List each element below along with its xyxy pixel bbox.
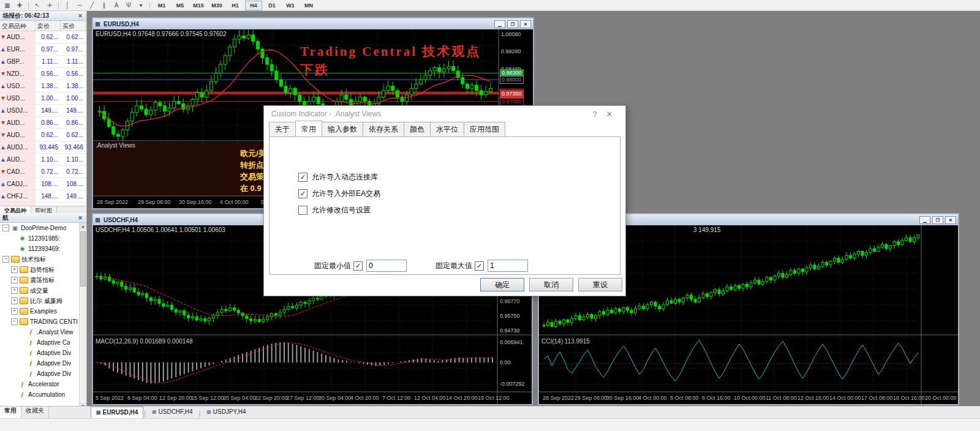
checked-checkbox[interactable]: ✓ bbox=[298, 173, 307, 182]
scroll-up-icon[interactable]: ▲ bbox=[80, 223, 86, 230]
timeframe-button-h4[interactable]: H4 bbox=[245, 1, 262, 10]
timeframe-button-d1[interactable]: D1 bbox=[263, 1, 281, 10]
market-watch-row[interactable]: USDJ...149....149.... bbox=[0, 105, 86, 117]
trendline-icon[interactable]: ╱ bbox=[86, 1, 97, 10]
pitchfork-icon[interactable]: Ψ bbox=[123, 1, 134, 10]
dialog-tab-5[interactable]: 颜色 bbox=[404, 122, 431, 137]
vertical-line-icon[interactable]: │ bbox=[62, 1, 73, 10]
navigator-item[interactable]: ƒAdaptive Div bbox=[0, 358, 86, 369]
chart-tab-2[interactable]: ▦USDCHF,H4 bbox=[146, 406, 198, 418]
dialog-tab-1[interactable]: 关于 bbox=[269, 122, 296, 137]
chart-tab-1[interactable]: ▦EURUSD,H4 bbox=[91, 407, 143, 418]
market-watch-tab-2[interactable]: 即时图 bbox=[31, 206, 57, 213]
unchecked-checkbox[interactable] bbox=[298, 206, 307, 215]
collapse-expander-icon[interactable]: − bbox=[2, 256, 9, 263]
collapse-expander-icon[interactable]: − bbox=[11, 318, 18, 325]
navigator-item[interactable]: ◉112393469: bbox=[0, 244, 86, 254]
crosshair-icon[interactable]: ✛ bbox=[44, 1, 55, 10]
close-icon[interactable]: ✕ bbox=[77, 13, 84, 19]
market-watch-row[interactable]: CAD...0.72...0.72... bbox=[0, 166, 86, 178]
checked-checkbox[interactable]: ✓ bbox=[298, 189, 307, 198]
fixed-maximum-input[interactable] bbox=[488, 260, 528, 272]
cursor-icon[interactable]: ↖ bbox=[32, 1, 43, 10]
dialog-tab-3[interactable]: 输入参数 bbox=[322, 122, 363, 137]
market-watch-row[interactable]: GBP...1.11...1.11... bbox=[0, 56, 86, 68]
timeframe-button-m5[interactable]: M5 bbox=[172, 1, 189, 10]
timeframe-button-w1[interactable]: W1 bbox=[282, 1, 299, 10]
dialog-titlebar[interactable]: Custom Indicator - .Analyst Views ? ✕ bbox=[264, 106, 625, 122]
market-watch-row[interactable]: AUDJ...93.44593.466 bbox=[0, 141, 86, 154]
navigator-item[interactable]: +趋势指标 bbox=[0, 264, 86, 275]
dialog-tab-2[interactable]: 常用 bbox=[295, 121, 322, 137]
timeframe-button-m30[interactable]: M30 bbox=[208, 1, 225, 10]
market-watch-row[interactable]: AUD...0.62...0.62... bbox=[0, 129, 86, 141]
market-watch-tab-1[interactable]: 交易品种 bbox=[0, 206, 31, 213]
help-icon[interactable]: ? bbox=[587, 110, 602, 119]
market-watch-row[interactable]: USD...1.38...1.38... bbox=[0, 80, 86, 92]
timeframe-button-m1[interactable]: M1 bbox=[153, 1, 170, 10]
navigator-item[interactable]: +比尔 威廉姆 bbox=[0, 296, 86, 306]
close-button[interactable]: ✕ bbox=[945, 216, 956, 224]
arrows-dropdown-icon[interactable]: ▾ bbox=[135, 1, 146, 10]
market-watch-row[interactable]: CHFJ...148....149.... bbox=[0, 190, 86, 203]
minimize-button[interactable]: ▁ bbox=[494, 20, 505, 28]
expand-expander-icon[interactable]: + bbox=[11, 308, 18, 315]
market-watch-row[interactable]: AUD...0.62...0.62... bbox=[0, 31, 86, 43]
reset-button[interactable]: 重设 bbox=[578, 278, 622, 291]
market-watch-list[interactable]: AUD...0.62...0.62...EUR...0.97...0.97...… bbox=[0, 31, 86, 206]
close-button[interactable]: ✕ bbox=[520, 20, 531, 28]
collapse-expander-icon[interactable]: − bbox=[2, 225, 9, 231]
close-icon[interactable]: ✕ bbox=[77, 215, 84, 221]
dialog-tab-6[interactable]: 水平位 bbox=[430, 122, 464, 137]
ok-button[interactable]: 确定 bbox=[480, 278, 524, 291]
maximize-button[interactable]: ❐ bbox=[932, 216, 943, 224]
market-watch-row[interactable]: AUD...0.86...0.86... bbox=[0, 117, 86, 129]
chart-window-titlebar[interactable]: ▦ EURUSD,H4 ▁ ❐ ✕ bbox=[93, 18, 533, 29]
navigator-item[interactable]: −TRADING CENTI bbox=[0, 317, 86, 327]
timeframe-button-mn[interactable]: MN bbox=[300, 1, 317, 10]
cancel-button[interactable]: 取消 bbox=[529, 278, 573, 291]
market-watch-row[interactable]: NZD...0.56...0.56... bbox=[0, 68, 86, 80]
navigator-item[interactable]: +成交量 bbox=[0, 285, 86, 296]
navigator-item[interactable]: ƒAccumulation bbox=[0, 389, 86, 400]
new-chart-icon[interactable]: ▦ bbox=[2, 1, 13, 10]
maximize-button[interactable]: ❐ bbox=[507, 20, 518, 28]
navigator-item[interactable]: ◉112391985: bbox=[0, 233, 86, 244]
text-label-icon[interactable]: A bbox=[111, 1, 122, 10]
navigator-scrollbar[interactable]: ▲ ▼ bbox=[79, 223, 86, 410]
navigator-item[interactable]: ƒAccelerator bbox=[0, 379, 86, 389]
minimize-button[interactable]: ▁ bbox=[919, 216, 930, 224]
dialog-tab-7[interactable]: 应用范围 bbox=[464, 122, 505, 137]
chart-profiles-icon[interactable]: ✚ bbox=[14, 1, 25, 10]
bottom-left-tab-2[interactable]: 收藏夹 bbox=[21, 407, 49, 418]
horizontal-line-icon[interactable]: ─ bbox=[74, 1, 85, 10]
market-watch-row[interactable]: USD...1.00...1.00... bbox=[0, 92, 86, 105]
navigator-tree[interactable]: −▣DooPrime-Demo◉112391985:◉112393469:−技术… bbox=[0, 223, 86, 410]
close-icon[interactable]: ✕ bbox=[602, 110, 617, 119]
market-watch-row[interactable]: EUR...0.97...0.97... bbox=[0, 43, 86, 56]
expand-expander-icon[interactable]: + bbox=[11, 277, 18, 283]
navigator-item[interactable]: −▣DooPrime-Demo bbox=[0, 223, 86, 233]
expand-expander-icon[interactable]: + bbox=[11, 266, 18, 273]
expand-expander-icon[interactable]: + bbox=[11, 298, 18, 304]
market-watch-row[interactable]: EURA...1.56...1.56... bbox=[0, 203, 86, 206]
market-watch-row[interactable]: CADJ...108....108.... bbox=[0, 178, 86, 190]
navigator-item[interactable]: ƒ.Analyst View bbox=[0, 327, 86, 337]
market-watch-row[interactable]: AUD...1.10...1.10... bbox=[0, 154, 86, 166]
fixed-maximum-checkbox[interactable]: ✓ bbox=[475, 261, 484, 271]
navigator-item[interactable]: +震荡指标 bbox=[0, 275, 86, 285]
navigator-item[interactable]: ƒAdaptive Div bbox=[0, 348, 86, 358]
timeframe-button-m15[interactable]: M15 bbox=[190, 1, 207, 10]
chart-tab-3[interactable]: ▦USDJPY,H4 bbox=[201, 406, 251, 418]
fixed-minimum-checkbox[interactable]: ✓ bbox=[353, 261, 363, 271]
navigator-item[interactable]: ƒAdaptive Ca bbox=[0, 337, 86, 348]
equidistant-channel-icon[interactable]: ∥ bbox=[99, 1, 110, 10]
scrollbar-thumb[interactable] bbox=[80, 231, 86, 287]
dialog-tab-4[interactable]: 依存关系 bbox=[363, 122, 404, 137]
bottom-left-tab-1[interactable]: 常用 bbox=[0, 407, 21, 418]
expand-expander-icon[interactable]: + bbox=[11, 287, 18, 294]
timeframe-button-h1[interactable]: H1 bbox=[227, 1, 244, 10]
navigator-item[interactable]: −技术指标 bbox=[0, 254, 86, 264]
navigator-item[interactable]: ƒAdaptive Div bbox=[0, 369, 86, 379]
fixed-minimum-input[interactable] bbox=[366, 260, 407, 272]
